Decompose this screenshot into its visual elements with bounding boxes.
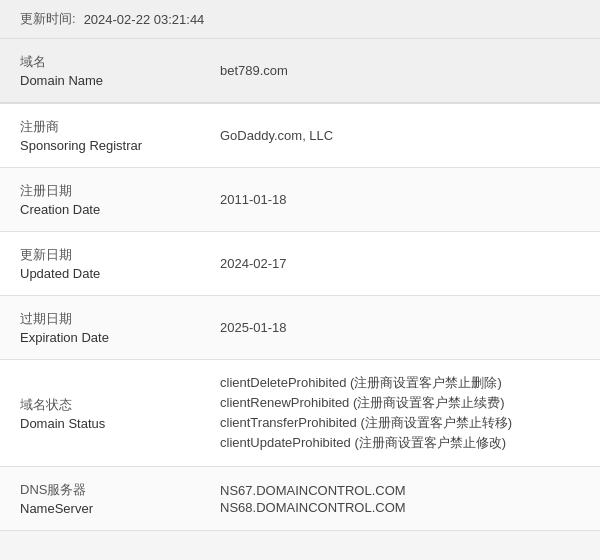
update-value: 2024-02-22 03:21:44: [84, 12, 205, 27]
label-en: Sponsoring Registrar: [20, 138, 180, 153]
label-cell: 过期日期Expiration Date: [0, 296, 200, 359]
label-zh: 注册日期: [20, 182, 180, 200]
value-item: clientTransferProhibited (注册商设置客户禁止转移): [220, 414, 512, 432]
label-en: Domain Status: [20, 416, 180, 431]
table-row: 过期日期Expiration Date2025-01-18: [0, 296, 600, 360]
label-zh: 域名: [20, 53, 180, 71]
label-cell: 注册日期Creation Date: [0, 168, 200, 231]
label-en: Creation Date: [20, 202, 180, 217]
value-item: clientUpdateProhibited (注册商设置客户禁止修改): [220, 434, 506, 452]
value-cell: 2024-02-17: [200, 232, 600, 295]
table-row: 注册商Sponsoring RegistrarGoDaddy.com, LLC: [0, 104, 600, 168]
value-cell: clientDeleteProhibited (注册商设置客户禁止删除)clie…: [200, 360, 600, 466]
label-zh: 域名状态: [20, 396, 180, 414]
label-en: Updated Date: [20, 266, 180, 281]
value-cell: GoDaddy.com, LLC: [200, 104, 600, 167]
update-row: 更新时间: 2024-02-22 03:21:44: [0, 0, 600, 39]
label-cell: 域名Domain Name: [0, 39, 200, 102]
label-zh: 过期日期: [20, 310, 180, 328]
label-zh: 更新日期: [20, 246, 180, 264]
value-item: NS68.DOMAINCONTROL.COM: [220, 500, 406, 515]
value-cell: 2011-01-18: [200, 168, 600, 231]
value-item: NS67.DOMAINCONTROL.COM: [220, 483, 406, 498]
value-cell: NS67.DOMAINCONTROL.COMNS68.DOMAINCONTROL…: [200, 467, 600, 530]
label-cell: DNS服务器NameServer: [0, 467, 200, 530]
value-cell: 2025-01-18: [200, 296, 600, 359]
label-cell: 域名状态Domain Status: [0, 360, 200, 466]
update-label: 更新时间:: [20, 10, 76, 28]
label-zh: DNS服务器: [20, 481, 180, 499]
value-item: clientRenewProhibited (注册商设置客户禁止续费): [220, 394, 505, 412]
label-en: NameServer: [20, 501, 180, 516]
value-item: clientDeleteProhibited (注册商设置客户禁止删除): [220, 374, 502, 392]
label-en: Expiration Date: [20, 330, 180, 345]
table-row: 注册日期Creation Date2011-01-18: [0, 168, 600, 232]
label-en: Domain Name: [20, 73, 180, 88]
table-row: DNS服务器NameServerNS67.DOMAINCONTROL.COMNS…: [0, 467, 600, 531]
label-zh: 注册商: [20, 118, 180, 136]
table-row: 更新日期Updated Date2024-02-17: [0, 232, 600, 296]
value-cell: bet789.com: [200, 39, 600, 102]
table-row: 域名状态Domain StatusclientDeleteProhibited …: [0, 360, 600, 467]
label-cell: 更新日期Updated Date: [0, 232, 200, 295]
table-row: 域名Domain Namebet789.com: [0, 39, 600, 104]
label-cell: 注册商Sponsoring Registrar: [0, 104, 200, 167]
